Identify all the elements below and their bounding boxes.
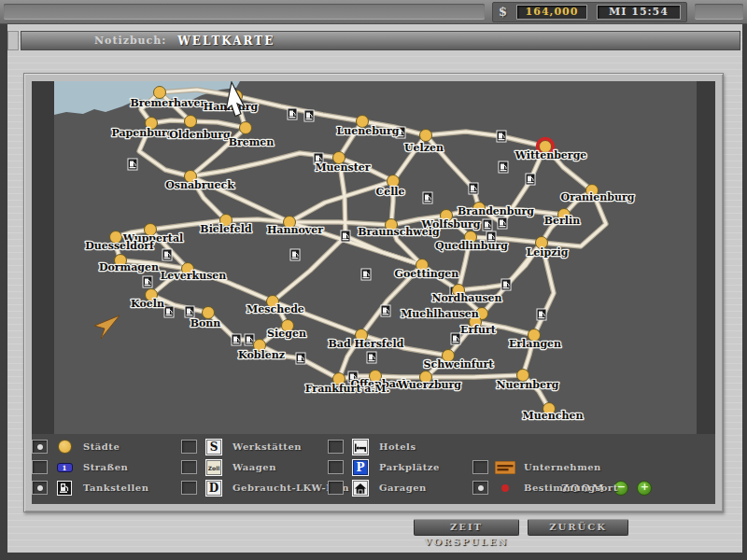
city-label-braunschweig: Braunschweig: [358, 226, 440, 238]
fuel-station-icon: [361, 269, 372, 281]
legend-checkbox-destination[interactable]: [472, 481, 488, 495]
destination-ring-icon: [501, 484, 509, 492]
city-label-muenchen: Muenchen: [523, 410, 584, 422]
notebook-header: Notizbuch: WELTKARTE: [21, 31, 740, 50]
fuel-station-icon: [296, 353, 306, 365]
status-group: $ 164,000 MI 15:54: [492, 2, 687, 22]
fuel-pump-base: [500, 170, 507, 171]
fuel-pump-base: [187, 315, 193, 315]
fuel-pump-base: [383, 314, 389, 315]
desk-background: Notizbuch: WELTKARTE BremerhavenHamburgP…: [7, 24, 742, 553]
city-dot-oldenburg[interactable]: [185, 116, 197, 128]
map-legend: ZOOM − + Städte1StraßenTankstellenSWerks…: [32, 434, 715, 504]
legend-label-parking: Parkplätze: [379, 462, 440, 472]
fuel-pump-base: [369, 360, 375, 361]
legend-item-service: SWerkstätten: [181, 439, 302, 455]
time-skip-button[interactable]: ZEIT VORSPULEN: [414, 519, 519, 536]
city-label-erfurt: Erfurt: [460, 324, 497, 336]
city-label-oldenburg: Oldenburg: [169, 129, 231, 141]
legend-item-parking: PParkplätze: [328, 459, 440, 475]
legend-checkbox-roads[interactable]: [32, 460, 48, 474]
city-label-siegen: Siegen: [267, 328, 306, 340]
clock-display: MI 15:54: [597, 5, 681, 20]
legend-checkbox-garage[interactable]: [328, 481, 344, 495]
city-label-bonn: Bonn: [190, 317, 221, 329]
zoom-in-button[interactable]: +: [637, 481, 652, 496]
legend-checkbox-company[interactable]: [472, 460, 488, 474]
legend-label-destination: Bestimmungsort: [524, 483, 618, 493]
truck-dealer-icon: D: [206, 481, 221, 496]
legend-item-hotel: Hotels: [328, 439, 416, 455]
map-container: BremerhavenHamburgPapenburgOldenburgBrem…: [32, 81, 715, 504]
legend-checkbox-dealer[interactable]: [181, 481, 197, 495]
statusbar-inset: [4, 4, 485, 20]
city-label-quedlinburg: Quedlinburg: [435, 240, 508, 252]
legend-item-company: Unternehmen: [472, 459, 601, 475]
fuel-station-icon: [245, 334, 255, 346]
city-dot-icon: [58, 440, 72, 454]
legend-label-garage: Garagen: [379, 483, 427, 493]
city-label-berlin: Berlin: [544, 215, 580, 227]
legend-item-fuel: Tankstellen: [32, 480, 149, 496]
city-dot-uelzen[interactable]: [420, 130, 432, 142]
header-tab: [7, 31, 19, 50]
fuel-pump-base: [471, 191, 477, 192]
fuel-pump-base: [503, 287, 510, 288]
city-label-koeln: Koeln: [131, 298, 164, 310]
fuel-pump-base: [298, 361, 304, 362]
fuel-pump-body: [485, 222, 488, 228]
road: [375, 376, 426, 377]
back-button[interactable]: ZURÜCK: [528, 519, 628, 536]
city-label-leipzig: Leipzig: [527, 246, 569, 259]
fuel-pump-body: [289, 111, 293, 117]
legend-checkbox-parking[interactable]: [328, 460, 344, 474]
legend-label-fuel: Tankstellen: [83, 483, 149, 493]
fuel-pump-body: [187, 309, 190, 315]
fuel-station-icon: [143, 276, 153, 288]
legend-item-destination: Bestimmungsort: [472, 480, 618, 496]
fuel-pump-body: [539, 312, 543, 317]
fuel-pump-body: [453, 336, 457, 342]
fuel-pump-base: [292, 258, 299, 259]
legend-item-customs: ZollWaagen: [181, 459, 276, 475]
fuel-pump-base: [485, 228, 491, 229]
fuel-pump-base: [164, 258, 171, 259]
legend-label-customs: Waagen: [233, 462, 276, 472]
fuel-station-icon: [232, 334, 242, 346]
fuel-station-icon: [381, 305, 391, 317]
legend-checkbox-city[interactable]: [32, 440, 48, 454]
city-label-schweinfurt: Schweinfurt: [424, 358, 495, 371]
fuel-pump-base: [499, 139, 505, 140]
city-label-bielefeld: Bielefeld: [200, 223, 252, 235]
fuel-station-icon: [469, 183, 479, 195]
legend-label-hotel: Hotels: [379, 441, 416, 452]
fuel-pump-body: [471, 186, 474, 191]
city-label-goettingen: Goettingen: [395, 268, 459, 280]
city-label-oranienburg: Oranienburg: [561, 191, 635, 203]
fuel-pump-body: [145, 279, 148, 285]
city-label-lueneburg: Lueneburg: [337, 125, 400, 137]
notebook-label: Notizbuch:: [94, 35, 166, 47]
legend-item-dealer: DGebraucht-LKW-Hän: [181, 480, 349, 496]
fuel-station-icon: [499, 161, 509, 174]
legend-item-city: Städte: [32, 439, 120, 455]
world-map[interactable]: BremerhavenHamburgPapenburgOldenburgBrem…: [32, 81, 715, 434]
parking-icon: P: [353, 460, 368, 475]
fuel-station-icon: [451, 333, 461, 345]
city-label-brandenburg: Brandenburg: [458, 205, 534, 217]
legend-label-roads: Straßen: [83, 462, 128, 472]
legend-checkbox-fuel[interactable]: [32, 481, 48, 495]
fuel-pump-body: [130, 161, 134, 167]
legend-checkbox-customs[interactable]: [181, 460, 197, 474]
city-dot-bremen[interactable]: [240, 122, 252, 134]
fuel-pump-icon: [57, 481, 72, 496]
company-logo-icon: [495, 461, 515, 474]
city-label-leverkusen: Leverkusen: [161, 270, 227, 282]
legend-item-roads: 1Straßen: [32, 459, 128, 475]
fuel-station-icon: [501, 279, 512, 291]
city-label-frankfurt-a-m: Frankfurt a.M.: [305, 383, 390, 395]
fuel-pump-body: [488, 234, 492, 240]
fuel-station-icon: [128, 159, 138, 171]
legend-checkbox-hotel[interactable]: [328, 440, 344, 454]
legend-checkbox-service[interactable]: [181, 440, 197, 454]
